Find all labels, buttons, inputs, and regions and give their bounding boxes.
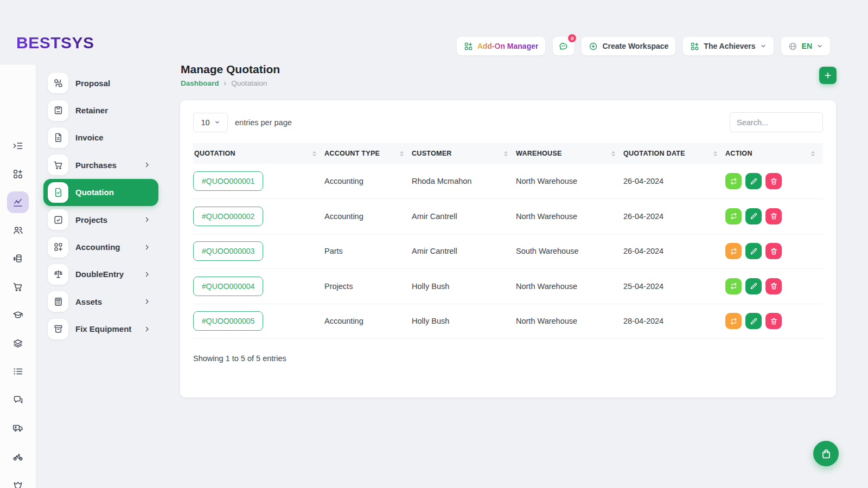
truck-icon[interactable] [7, 417, 29, 439]
checklist-icon[interactable] [7, 361, 29, 382]
accounting-icon [48, 237, 68, 258]
edit-button[interactable] [745, 313, 762, 329]
sidebar-item-label: Quotation [75, 188, 114, 197]
edit-icon [750, 212, 758, 220]
sidebar-item-label: Purchases [75, 160, 117, 170]
table-row: #QUOO000005 Accounting Holly Bush North … [193, 304, 823, 339]
sort-icon [611, 151, 616, 157]
column-header-quotation[interactable]: QUOTATION [193, 143, 324, 164]
sidebar-item-label: DoubleEntry [75, 269, 124, 279]
edit-button[interactable] [745, 208, 762, 224]
sidebar-item-label: Invoice [75, 133, 104, 142]
customer-cell: Amir Cantrell [412, 199, 516, 234]
sidebar-item-accounting[interactable]: Accounting [43, 233, 158, 260]
account-type-cell: Projects [324, 269, 412, 304]
sidebar-item-retainer[interactable]: Retainer [43, 97, 158, 124]
delete-button[interactable] [765, 243, 782, 259]
language-code: EN [802, 42, 812, 50]
language-selector[interactable]: EN [781, 37, 830, 55]
warehouse-cell: North Warehouse [516, 269, 623, 304]
users-icon[interactable] [7, 220, 29, 241]
money-stack-icon[interactable] [7, 248, 29, 269]
sidebar-item-quotation[interactable]: Quotation [43, 179, 158, 206]
column-header-account-type[interactable]: ACCOUNT TYPE [324, 143, 412, 164]
sidebar-item-label: Proposal [75, 79, 110, 88]
toggle-menu-icon[interactable] [7, 135, 29, 157]
column-header-customer[interactable]: CUSTOMER [412, 143, 516, 164]
sort-icon [399, 151, 404, 157]
table-row: #QUOO000001 Accounting Rhoda Mcmahon Nor… [193, 164, 823, 199]
convert-button[interactable] [725, 173, 742, 189]
shop-fab-button[interactable] [813, 441, 839, 466]
create-workspace-button[interactable]: Create Workspace [582, 37, 675, 55]
convert-button[interactable] [725, 243, 742, 259]
sidebar-item-fix-equipment[interactable]: Fix Equipment [43, 316, 158, 343]
projects-icon [48, 209, 68, 230]
sidebar-item-proposal[interactable]: Proposal [43, 69, 158, 97]
grid-plus-icon[interactable] [7, 163, 29, 185]
grid-plus-icon [690, 42, 699, 51]
messages-icon[interactable] [7, 389, 29, 410]
addon-manager-button[interactable]: Add-On Manager [457, 37, 546, 55]
reports-chart-icon[interactable] [7, 191, 29, 213]
chevron-right-icon [144, 326, 150, 332]
convert-button[interactable] [725, 208, 742, 224]
column-header-quotation-date[interactable]: QUOTATION DATE [623, 143, 725, 164]
edit-button[interactable] [745, 243, 762, 259]
table-row: #QUOO000002 Accounting Amir Cantrell Nor… [193, 199, 823, 234]
sidebar-item-projects[interactable]: Projects [43, 206, 158, 233]
convert-icon [730, 212, 738, 220]
bike-icon[interactable] [7, 446, 29, 467]
edit-button[interactable] [745, 173, 762, 189]
quotation-number-badge[interactable]: #QUOO000005 [193, 311, 263, 331]
breadcrumb-dashboard-link[interactable]: Dashboard [181, 79, 219, 87]
shopping-bag-icon [820, 448, 832, 460]
delete-button[interactable] [765, 173, 782, 189]
sidebar-item-doubleentry[interactable]: DoubleEntry [43, 261, 158, 288]
cart-icon[interactable] [7, 276, 29, 298]
layers-icon[interactable] [7, 332, 29, 354]
purchases-icon [48, 155, 68, 175]
sidebar-item-assets[interactable]: Assets [43, 288, 158, 315]
quotation-number-badge[interactable]: #QUOO000001 [193, 171, 263, 191]
customer-cell: Holly Bush [412, 304, 516, 339]
workspace-selector[interactable]: The Achievers [683, 37, 773, 55]
edit-icon [750, 177, 758, 185]
quotation-number-badge[interactable]: #QUOO000003 [193, 241, 263, 261]
chat-button[interactable]: 0 [553, 37, 574, 55]
breadcrumb: Dashboard › Quotataion [181, 79, 267, 87]
chevron-right-icon [144, 216, 150, 223]
entries-per-page-select[interactable]: 10 [193, 113, 228, 132]
warehouse-cell: North Warehouse [516, 304, 623, 339]
warehouse-cell: North Warehouse [516, 164, 623, 199]
scales-icon [48, 264, 68, 285]
top-bar: Add-On Manager 0 Create Workspace The Ac… [457, 37, 830, 55]
quotation-number-badge[interactable]: #QUOO000002 [193, 207, 263, 226]
retainer-icon [48, 100, 68, 121]
mask-icon[interactable] [7, 474, 29, 488]
delete-button[interactable] [765, 208, 782, 224]
delete-button[interactable] [765, 278, 782, 294]
column-header-action[interactable]: ACTION [725, 143, 823, 164]
convert-icon [730, 177, 738, 185]
trash-icon [770, 212, 778, 220]
grid-plus-icon [464, 42, 473, 51]
convert-button[interactable] [725, 313, 742, 329]
add-quotation-button[interactable] [819, 67, 837, 84]
sidebar-item-invoice[interactable]: Invoice [43, 124, 158, 151]
edit-button[interactable] [745, 278, 762, 294]
chat-badge: 0 [568, 34, 576, 42]
convert-icon [730, 282, 738, 290]
sort-icon [503, 151, 508, 157]
sidebar-item-purchases[interactable]: Purchases [43, 151, 158, 178]
create-workspace-label: Create Workspace [602, 42, 668, 50]
education-icon[interactable] [7, 304, 29, 326]
sidebar-item-label: Assets [75, 297, 102, 306]
sort-icon [312, 151, 317, 157]
sidebar-item-label: Projects [75, 215, 107, 224]
search-input[interactable] [730, 112, 823, 132]
convert-button[interactable] [725, 278, 742, 294]
column-header-warehouse[interactable]: WAREHOUSE [516, 143, 623, 164]
delete-button[interactable] [765, 313, 782, 329]
quotation-number-badge[interactable]: #QUOO000004 [193, 277, 263, 296]
